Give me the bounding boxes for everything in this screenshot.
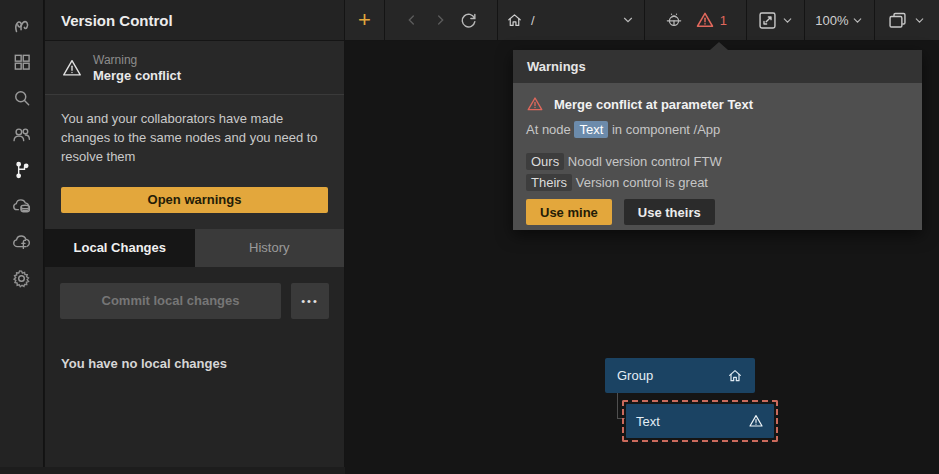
- warnings-toggle[interactable]: 1: [695, 10, 727, 30]
- chevron-down-icon: [621, 13, 635, 27]
- popup-arrow: [710, 42, 728, 50]
- node-label: Text: [636, 414, 660, 429]
- no-local-changes-message: You have no local changes: [60, 356, 329, 371]
- open-warnings-button[interactable]: Open warnings: [61, 187, 328, 213]
- component-path-label: /: [531, 13, 535, 28]
- viewport-dropdown[interactable]: [875, 0, 938, 40]
- components-grid-icon[interactable]: [4, 44, 40, 80]
- add-node-button[interactable]: +: [353, 9, 376, 31]
- merge-conflict-summary: Warning Merge conflict: [45, 41, 344, 95]
- noodl-logo-icon[interactable]: [4, 8, 40, 44]
- preview-size-dropdown[interactable]: [747, 0, 805, 40]
- chevron-down-icon: [913, 14, 926, 27]
- nav-forward-icon[interactable]: [432, 12, 448, 28]
- refresh-icon[interactable]: [459, 11, 478, 30]
- text-node-selection[interactable]: Text: [622, 400, 778, 442]
- activity-sidebar: [0, 0, 44, 474]
- chevron-down-icon: [851, 14, 864, 27]
- theirs-row: Theirs Version control is great: [526, 175, 909, 190]
- text-node[interactable]: Text: [626, 404, 774, 438]
- commit-local-changes-button[interactable]: Commit local changes: [60, 283, 281, 319]
- location-prefix: At node: [526, 122, 571, 137]
- theirs-value: Version control is great: [576, 175, 708, 190]
- cloud-data-icon[interactable]: [4, 188, 40, 224]
- collaborators-icon[interactable]: [4, 116, 40, 152]
- location-suffix: in component /App: [612, 122, 720, 137]
- preview-toolbar: + /: [345, 0, 939, 41]
- group-node[interactable]: Group: [605, 358, 755, 393]
- use-theirs-button[interactable]: Use theirs: [624, 199, 715, 225]
- search-icon[interactable]: [4, 80, 40, 116]
- panel-bottom-edge: [0, 467, 345, 474]
- zoom-level-label: 100%: [815, 13, 848, 28]
- theirs-chip: Theirs: [526, 174, 572, 191]
- ours-row: Ours Noodl version control FTW: [526, 154, 909, 169]
- component-path-dropdown[interactable]: /: [498, 0, 645, 40]
- more-options-button[interactable]: •••: [291, 283, 329, 319]
- tab-local-changes[interactable]: Local Changes: [45, 229, 195, 267]
- warning-icon: [748, 413, 764, 429]
- version-control-branch-icon[interactable]: [4, 152, 40, 188]
- warning-label: Warning: [93, 53, 181, 67]
- zoom-dropdown[interactable]: 100%: [805, 0, 875, 40]
- cloud-functions-icon[interactable]: [4, 224, 40, 260]
- popup-warning-title: Merge conflict at parameter Text: [554, 97, 753, 112]
- merge-conflict-title: Merge conflict: [93, 68, 181, 83]
- settings-gear-icon[interactable]: [4, 260, 40, 296]
- warning-triangle-icon: [61, 57, 83, 79]
- tab-history[interactable]: History: [195, 229, 345, 267]
- warning-triangle-icon: [526, 95, 544, 113]
- warning-location: At node Text in component /App: [526, 122, 909, 137]
- chevron-down-icon: [781, 14, 794, 27]
- warnings-popup-title: Warnings: [513, 50, 922, 83]
- conflict-description: You and your collaborators have made cha…: [45, 95, 344, 167]
- warning-triangle-icon: [695, 10, 715, 30]
- warnings-popup: Warnings Merge conflict at parameter Tex…: [513, 50, 922, 230]
- panel-tabs: Local Changes History: [45, 229, 344, 267]
- use-mine-button[interactable]: Use mine: [526, 199, 612, 225]
- node-label: Group: [617, 368, 653, 383]
- home-icon: [727, 368, 743, 384]
- home-icon: [506, 12, 523, 29]
- version-control-panel: Version Control Warning Merge conflict Y…: [45, 0, 344, 467]
- local-changes-content: Commit local changes ••• You have no loc…: [45, 267, 344, 467]
- node-name-chip: Text: [574, 121, 608, 138]
- ours-chip: Ours: [526, 153, 564, 170]
- expand-preview-icon: [757, 10, 778, 31]
- warning-count-badge: 1: [720, 13, 727, 28]
- noodl-editor-window: Version Control Warning Merge conflict Y…: [0, 0, 939, 474]
- viewport-frames-icon: [887, 10, 908, 31]
- nav-back-icon[interactable]: [404, 12, 420, 28]
- panel-title: Version Control: [45, 0, 344, 41]
- ours-value: Noodl version control FTW: [568, 154, 722, 169]
- debug-bug-icon[interactable]: [664, 10, 684, 30]
